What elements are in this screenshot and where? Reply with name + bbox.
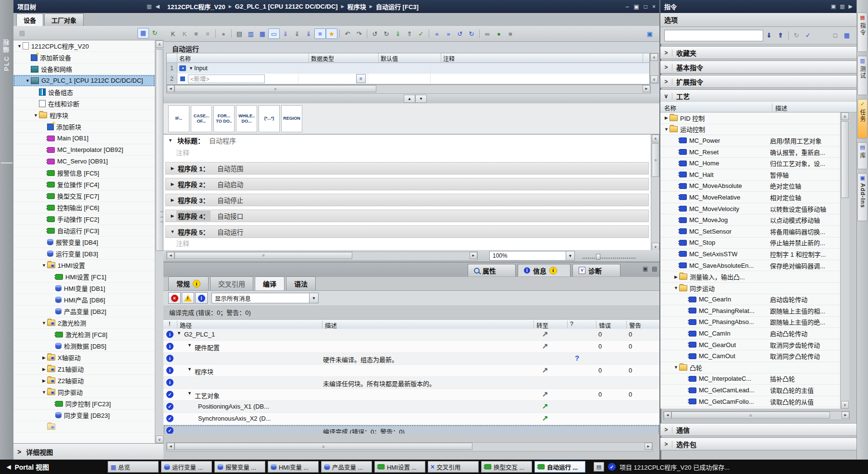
expand-networks-icon[interactable]: ▤ bbox=[234, 28, 245, 39]
rail-tab-Add-Ins[interactable]: ▣Add-Ins bbox=[857, 173, 868, 221]
scroll-left-icon[interactable]: ◄ bbox=[664, 412, 671, 419]
tree-item[interactable]: HMI产品 [DB6] bbox=[13, 294, 155, 306]
interface-column-header[interactable]: 名称 bbox=[177, 53, 309, 62]
search-up-icon[interactable]: ⇑ bbox=[775, 30, 786, 41]
scroll-right-icon[interactable]: ► bbox=[645, 443, 652, 450]
breadcrumb-segment[interactable]: 程序块 bbox=[347, 2, 366, 11]
expander-icon[interactable]: ▼ bbox=[167, 138, 174, 143]
previous-error-icon[interactable]: « bbox=[431, 28, 443, 39]
symbol-preview-icon[interactable]: K bbox=[167, 28, 179, 39]
comments-toggle-icon[interactable]: ▭ bbox=[268, 28, 280, 39]
rail-tab-指令[interactable]: ▦指令 bbox=[857, 12, 868, 52]
tree-item[interactable]: ▶X轴驱动 bbox=[13, 352, 155, 363]
jump-back-icon[interactable]: ↺ bbox=[454, 28, 466, 39]
minimize-icon[interactable]: – bbox=[626, 3, 629, 10]
message-filter-select[interactable]: 显示所有消息 ▼ bbox=[211, 293, 319, 303]
symbol-check-icon[interactable]: K bbox=[179, 28, 190, 39]
column-view-icon[interactable]: ▦ bbox=[137, 28, 149, 38]
goto-arrow-icon[interactable]: ↗ bbox=[542, 366, 548, 374]
call-environment-icon[interactable]: ↺ bbox=[369, 28, 381, 39]
message-column-header[interactable]: ? bbox=[567, 321, 573, 328]
rail-tab-任务[interactable]: ✓任务 bbox=[857, 99, 868, 138]
network-header[interactable]: ▶程序段 2：自动启动 bbox=[165, 178, 649, 190]
taskbar-button[interactable]: ▦总览 bbox=[108, 461, 159, 473]
datatype-picker-icon[interactable]: ≡ bbox=[356, 74, 366, 83]
tab-info[interactable]: i 信息 i bbox=[518, 264, 570, 276]
network-header[interactable]: ▶程序段 4：自动接口 bbox=[165, 210, 649, 222]
instruction-row[interactable]: MC_MoveVelocity以转数设定值移动轴 bbox=[660, 203, 840, 215]
upload-icon[interactable]: ⇑ bbox=[404, 28, 415, 39]
scroll-thumb[interactable]: ≡ bbox=[174, 85, 376, 92]
expander-icon[interactable]: ▶ bbox=[663, 115, 670, 120]
filter-warnings-button[interactable]: ! bbox=[182, 292, 194, 304]
filter-info-button[interactable]: i bbox=[195, 292, 208, 304]
tree-item[interactable]: 复位操作 [FC4] bbox=[13, 179, 155, 190]
scroll-down-icon[interactable]: ∨ bbox=[650, 75, 658, 83]
restore-icon[interactable]: ▣ bbox=[633, 3, 639, 10]
tree-item[interactable]: 激光检测 [FC8] bbox=[13, 329, 155, 340]
goto-arrow-icon[interactable]: ↗ bbox=[542, 402, 548, 411]
code-area[interactable]: ▼ 块标题： 自动程序 注释 ▶程序段 1：自动范围▶程序段 2：自动启动▶程序… bbox=[163, 134, 659, 250]
expander-icon[interactable]: ▶ bbox=[169, 213, 176, 218]
instruction-row[interactable]: MC_GetCamFollo...读取凸轮的从值 bbox=[660, 396, 840, 408]
network-title[interactable]: 自动范围 bbox=[217, 163, 243, 173]
breadcrumb-segment[interactable]: G2_PLC_1 [CPU 1212C DC/DC/DC] bbox=[235, 3, 338, 10]
tree-item[interactable]: HMI变量 [DB1] bbox=[13, 283, 155, 294]
block-comment[interactable]: 注释 bbox=[163, 146, 651, 159]
scl-comment-button[interactable]: (*...*) bbox=[259, 105, 280, 132]
instruction-row[interactable]: MC_Home归位工艺对象，设... bbox=[660, 158, 840, 169]
network-title[interactable]: 自动运行 bbox=[217, 227, 243, 237]
go-to-definition-icon[interactable]: ↻ bbox=[381, 28, 392, 39]
download-icon[interactable]: ⇓ bbox=[392, 28, 404, 39]
zoom-slider[interactable] bbox=[583, 253, 635, 259]
tab-设备[interactable]: 设备 bbox=[16, 13, 43, 26]
message-row[interactable]: ✓SynchronousAxis_X2 (D...↗ bbox=[163, 413, 659, 425]
message-row[interactable]: ✓▼工艺对象↗00 bbox=[163, 389, 659, 401]
snapshot-icon[interactable]: ⇓ bbox=[291, 28, 303, 39]
message-row[interactable]: ✓编译完成 (错误：0；警告：0) bbox=[163, 425, 659, 434]
code-hscrollbar[interactable]: ◄ ≡ ► bbox=[166, 251, 478, 261]
tree-item[interactable]: ▼同步驱动 bbox=[13, 387, 155, 398]
instruction-scrollbar[interactable]: ∧ ∨ bbox=[840, 112, 849, 409]
dropdown-icon[interactable]: ▼ bbox=[309, 293, 318, 303]
message-row[interactable]: i硬件未编译。组态为最新。? bbox=[163, 353, 659, 365]
tree-item[interactable]: 自动运行 [FC3] bbox=[13, 225, 155, 237]
window-split-icon[interactable]: ▥ bbox=[245, 28, 257, 39]
collapse-panel-icon[interactable]: ▶ bbox=[849, 3, 853, 10]
pane-icon[interactable]: ▥ bbox=[147, 3, 151, 10]
collapse-panel-icon[interactable]: ◀ bbox=[156, 3, 160, 10]
instruction-row[interactable]: ▶测量输入，输出凸... bbox=[660, 271, 840, 283]
portal-view-button[interactable]: ◀ Portal 视图 bbox=[0, 462, 108, 472]
tree-item[interactable]: 添加新块 bbox=[13, 121, 155, 133]
instruction-row[interactable]: MC_CamOut取消同步凸轮传动 bbox=[660, 350, 840, 362]
expander-icon[interactable]: ▼ bbox=[673, 286, 679, 290]
subtab-编译[interactable]: 编译 bbox=[255, 276, 285, 290]
message-row[interactable]: i▼G2_PLC_1↗00 bbox=[163, 329, 659, 341]
detail-view-bar[interactable]: > 详细视图 bbox=[13, 443, 163, 460]
block-title-value[interactable]: 自动程序 bbox=[209, 136, 236, 145]
scroll-thumb[interactable]: ≡ bbox=[671, 412, 830, 419]
tree-item[interactable]: 设备组态 bbox=[13, 87, 155, 98]
tree-item[interactable]: ▼2激光检测 bbox=[13, 317, 155, 329]
tree-item[interactable]: 同步变量 [DB23] bbox=[13, 410, 155, 421]
goto-arrow-icon[interactable]: ↗ bbox=[542, 330, 548, 338]
instruction-row[interactable]: MC_GearOut取消同步齿轮传动 bbox=[660, 339, 840, 351]
scroll-thumb[interactable] bbox=[841, 121, 849, 198]
tree-item[interactable] bbox=[13, 421, 155, 433]
network-title[interactable]: 自动停止 bbox=[217, 195, 243, 205]
tree-item[interactable]: MC_Interpolator [OB92] bbox=[13, 144, 155, 156]
tree-item[interactable]: ▼1212CPLC程序_V20 bbox=[13, 40, 155, 52]
rail-tab-库[interactable]: ▤库 bbox=[857, 142, 868, 169]
jump-forward-icon[interactable]: ↻ bbox=[466, 28, 477, 39]
split-up-icon[interactable]: ▲ bbox=[404, 95, 415, 103]
scroll-down-icon[interactable]: ∨ bbox=[652, 243, 659, 250]
expander-icon[interactable]: ▶ bbox=[41, 367, 47, 372]
taskbar-button[interactable]: HMI设置 ... bbox=[374, 461, 425, 473]
expander-icon[interactable]: ▶ bbox=[169, 198, 176, 202]
taskbar-button[interactable]: 自动运行 ... bbox=[534, 461, 585, 473]
editor-splitter[interactable]: ▲ ▼ bbox=[163, 94, 659, 104]
column-name[interactable]: 名称 bbox=[664, 103, 676, 112]
compile-check-icon[interactable]: ✓ bbox=[415, 28, 427, 39]
expander-icon[interactable]: ▼ bbox=[41, 321, 47, 325]
instruction-row[interactable]: MC_Halt暂停轴 bbox=[660, 169, 840, 181]
